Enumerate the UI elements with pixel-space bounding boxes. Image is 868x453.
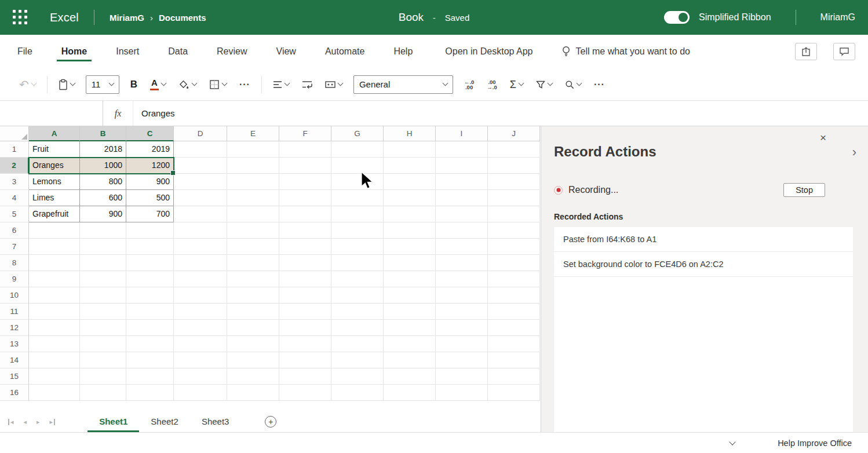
cell-G10[interactable] [331, 287, 384, 304]
next-sheet-icon[interactable]: ▸ [37, 419, 40, 425]
cell-J7[interactable] [488, 239, 540, 255]
cell-G13[interactable] [331, 336, 384, 352]
cell-C13[interactable] [126, 336, 174, 352]
cell-B10[interactable] [80, 287, 126, 304]
column-header-f[interactable]: F [279, 126, 331, 141]
last-sheet-icon[interactable]: ▸ [50, 419, 56, 425]
cell-B16[interactable] [80, 385, 126, 401]
cell-F10[interactable] [279, 287, 331, 304]
cell-G11[interactable] [331, 304, 384, 320]
cell-B4[interactable]: 600 [80, 190, 126, 206]
cell-F14[interactable] [279, 352, 331, 368]
cell-A1[interactable]: Fruit [29, 141, 80, 158]
cell-B2[interactable]: 1000 [80, 158, 126, 174]
prev-sheet-icon[interactable]: ◂ [24, 419, 27, 425]
cell-I5[interactable] [436, 206, 488, 222]
cell-G12[interactable] [331, 320, 384, 336]
comments-button[interactable] [833, 43, 855, 60]
close-panel-icon[interactable]: × [820, 132, 826, 143]
cell-D2[interactable] [174, 158, 227, 174]
cell-H16[interactable] [384, 385, 436, 401]
cell-I6[interactable] [436, 222, 488, 239]
cell-H11[interactable] [384, 304, 436, 320]
cell-J13[interactable] [488, 336, 540, 352]
column-header-j[interactable]: J [488, 126, 540, 141]
cell-C6[interactable] [126, 222, 174, 239]
number-format-select[interactable]: General [353, 75, 453, 94]
cell-J16[interactable] [488, 385, 540, 401]
cell-H15[interactable] [384, 368, 436, 385]
open-in-desktop-button[interactable]: Open in Desktop App [445, 46, 533, 57]
tab-file[interactable]: File [16, 38, 34, 65]
cell-C10[interactable] [126, 287, 174, 304]
cell-J10[interactable] [488, 287, 540, 304]
cell-C16[interactable] [126, 385, 174, 401]
cell-C5[interactable]: 700 [126, 206, 174, 222]
cell-E7[interactable] [227, 239, 279, 255]
cell-C1[interactable]: 2019 [126, 141, 174, 158]
cell-C8[interactable] [126, 255, 174, 271]
cell-B15[interactable] [80, 368, 126, 385]
cell-F3[interactable] [279, 174, 331, 190]
row-header-1[interactable]: 1 [0, 141, 29, 158]
cell-E12[interactable] [227, 320, 279, 336]
cell-B8[interactable] [80, 255, 126, 271]
cell-E2[interactable] [227, 158, 279, 174]
cell-J1[interactable] [488, 141, 540, 158]
cell-C14[interactable] [126, 352, 174, 368]
cell-B1[interactable]: 2018 [80, 141, 126, 158]
wrap-text-button[interactable] [300, 75, 314, 94]
undo-button[interactable]: ↶ [17, 75, 38, 94]
cell-C15[interactable] [126, 368, 174, 385]
cell-I16[interactable] [436, 385, 488, 401]
cell-C4[interactable]: 500 [126, 190, 174, 206]
sort-filter-button[interactable] [534, 75, 554, 94]
tab-home[interactable]: Home [60, 38, 88, 65]
tab-review[interactable]: Review [216, 38, 248, 65]
cell-G4[interactable] [331, 190, 384, 206]
cell-J15[interactable] [488, 368, 540, 385]
merge-cells-button[interactable] [323, 75, 344, 94]
row-header-12[interactable]: 12 [0, 320, 29, 336]
cell-E1[interactable] [227, 141, 279, 158]
cell-F12[interactable] [279, 320, 331, 336]
cell-A16[interactable] [29, 385, 80, 401]
row-header-6[interactable]: 6 [0, 222, 29, 239]
cell-B3[interactable]: 800 [80, 174, 126, 190]
cell-A10[interactable] [29, 287, 80, 304]
cell-D6[interactable] [174, 222, 227, 239]
cell-I12[interactable] [436, 320, 488, 336]
cell-G14[interactable] [331, 352, 384, 368]
cell-J5[interactable] [488, 206, 540, 222]
cell-G8[interactable] [331, 255, 384, 271]
document-title[interactable]: Book [399, 11, 424, 24]
row-header-3[interactable]: 3 [0, 174, 29, 190]
row-header-15[interactable]: 15 [0, 368, 29, 385]
cell-A12[interactable] [29, 320, 80, 336]
cell-G16[interactable] [331, 385, 384, 401]
cell-I15[interactable] [436, 368, 488, 385]
cell-C3[interactable]: 900 [126, 174, 174, 190]
cell-D10[interactable] [174, 287, 227, 304]
share-button[interactable] [795, 43, 817, 60]
cell-A14[interactable] [29, 352, 80, 368]
cell-A6[interactable] [29, 222, 80, 239]
autosum-button[interactable]: Σ [508, 75, 525, 94]
cell-F16[interactable] [279, 385, 331, 401]
cell-A15[interactable] [29, 368, 80, 385]
select-all-corner[interactable] [0, 126, 29, 141]
borders-button[interactable] [207, 75, 228, 94]
formula-input[interactable]: Oranges [133, 101, 868, 126]
cell-I8[interactable] [436, 255, 488, 271]
cell-G2[interactable] [331, 158, 384, 174]
column-header-c[interactable]: C [126, 126, 174, 141]
row-header-9[interactable]: 9 [0, 271, 29, 287]
tab-insert[interactable]: Insert [115, 38, 140, 65]
column-header-e[interactable]: E [227, 126, 279, 141]
cell-A2[interactable]: Oranges [29, 158, 80, 174]
cell-B7[interactable] [80, 239, 126, 255]
panel-collapse-chevron-icon[interactable]: › [852, 146, 856, 159]
cell-A3[interactable]: Lemons [29, 174, 80, 190]
tab-help[interactable]: Help [392, 38, 414, 65]
account-name[interactable]: MiriamG [820, 12, 855, 23]
